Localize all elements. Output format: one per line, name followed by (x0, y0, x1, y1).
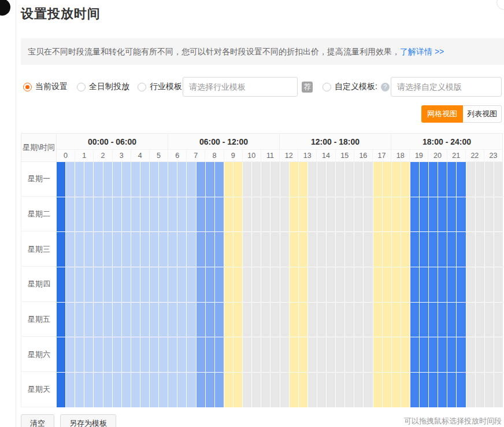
time-slot[interactable] (280, 337, 289, 372)
time-slot[interactable] (57, 373, 65, 407)
time-slot[interactable] (494, 303, 503, 337)
time-slot[interactable] (177, 373, 186, 407)
time-slot[interactable] (234, 232, 242, 267)
time-slot[interactable] (336, 373, 344, 407)
time-slot[interactable] (410, 337, 419, 372)
time-slot[interactable] (447, 197, 456, 232)
time-slot[interactable] (168, 232, 177, 267)
time-slot[interactable] (476, 303, 484, 337)
time-slot[interactable] (392, 162, 401, 197)
time-slot[interactable] (280, 267, 289, 302)
time-slot[interactable] (131, 303, 140, 337)
time-slot[interactable] (224, 162, 233, 197)
time-slot[interactable] (84, 232, 93, 267)
time-slot[interactable] (66, 337, 75, 372)
time-slot[interactable] (410, 162, 419, 197)
time-slot[interactable] (84, 267, 93, 302)
time-slot[interactable] (94, 267, 102, 302)
time-slot[interactable] (94, 337, 102, 372)
time-slot[interactable] (84, 197, 93, 232)
time-slot[interactable] (224, 232, 233, 267)
time-slot[interactable] (466, 197, 475, 232)
time-slot[interactable] (103, 303, 112, 337)
time-slot[interactable] (476, 337, 484, 372)
time-slot[interactable] (75, 373, 84, 407)
time-slot[interactable] (140, 373, 149, 407)
time-slot[interactable] (447, 162, 456, 197)
time-slot[interactable] (420, 303, 428, 337)
time-slot[interactable] (317, 303, 326, 337)
time-slot[interactable] (252, 162, 261, 197)
time-slot[interactable] (373, 303, 382, 337)
time-slot[interactable] (290, 337, 298, 372)
time-slot[interactable] (290, 267, 298, 302)
time-slot[interactable] (177, 197, 186, 232)
time-slot[interactable] (299, 337, 307, 372)
time-slot[interactable] (420, 232, 428, 267)
time-slot[interactable] (383, 373, 391, 407)
time-slot[interactable] (354, 303, 363, 337)
custom-template-input[interactable] (391, 77, 502, 97)
time-slot[interactable] (354, 373, 363, 407)
time-slot[interactable] (299, 162, 307, 197)
time-slot[interactable] (317, 162, 326, 197)
time-slot[interactable] (494, 197, 503, 232)
time-slot[interactable] (308, 162, 317, 197)
time-slot[interactable] (243, 267, 251, 302)
time-slot[interactable] (177, 267, 186, 302)
time-slot[interactable] (373, 373, 382, 407)
time-slot[interactable] (438, 197, 447, 232)
time-slot[interactable] (75, 267, 84, 302)
time-slot[interactable] (187, 232, 195, 267)
time-slot[interactable] (373, 337, 382, 372)
time-slot[interactable] (410, 232, 419, 267)
time-slot[interactable] (308, 232, 317, 267)
time-slot[interactable] (410, 197, 419, 232)
time-slot[interactable] (243, 162, 251, 197)
time-slot[interactable] (336, 232, 344, 267)
time-slot[interactable] (354, 197, 363, 232)
time-slot[interactable] (354, 162, 363, 197)
time-slot[interactable] (317, 373, 326, 407)
time-slot[interactable] (345, 373, 354, 407)
time-slot[interactable] (354, 267, 363, 302)
time-slot[interactable] (401, 197, 410, 232)
time-slot[interactable] (485, 162, 494, 197)
time-slot[interactable] (75, 197, 84, 232)
time-slot[interactable] (66, 232, 75, 267)
time-slot[interactable] (457, 303, 465, 337)
time-slot[interactable] (206, 337, 214, 372)
time-slot[interactable] (187, 267, 195, 302)
time-slot[interactable] (299, 267, 307, 302)
time-slot[interactable] (364, 337, 372, 372)
time-slot[interactable] (159, 232, 168, 267)
time-slot[interactable] (113, 303, 121, 337)
time-slot[interactable] (494, 162, 503, 197)
time-slot[interactable] (270, 162, 279, 197)
time-slot[interactable] (252, 232, 261, 267)
time-slot[interactable] (177, 232, 186, 267)
time-slot[interactable] (308, 303, 317, 337)
time-slot[interactable] (159, 373, 168, 407)
time-slot[interactable] (131, 232, 140, 267)
time-slot[interactable] (187, 373, 195, 407)
time-slot[interactable] (206, 373, 214, 407)
time-slot[interactable] (429, 373, 438, 407)
time-slot[interactable] (429, 337, 438, 372)
time-slot[interactable] (66, 267, 75, 302)
time-slot[interactable] (447, 337, 456, 372)
time-slot[interactable] (457, 197, 465, 232)
time-slot[interactable] (187, 162, 195, 197)
time-slot[interactable] (150, 162, 158, 197)
time-slot[interactable] (429, 267, 438, 302)
time-slot[interactable] (103, 162, 112, 197)
time-slot[interactable] (327, 232, 335, 267)
time-slot[interactable] (177, 303, 186, 337)
time-slot[interactable] (392, 303, 401, 337)
time-slot[interactable] (420, 337, 428, 372)
radio-full-day[interactable]: 全日制投放 (77, 77, 129, 97)
time-slot[interactable] (57, 267, 65, 302)
time-slot[interactable] (94, 197, 102, 232)
time-slot[interactable] (438, 162, 447, 197)
time-slot[interactable] (150, 373, 158, 407)
